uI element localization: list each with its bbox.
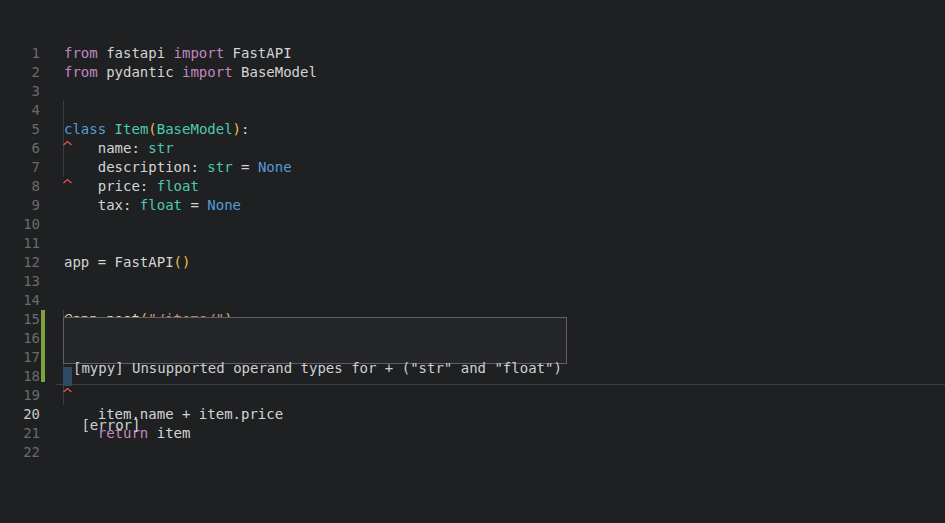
- line-number: 12: [0, 253, 40, 272]
- code-line[interactable]: 10: [0, 215, 945, 234]
- line-number: 17: [0, 348, 40, 367]
- line-number: 18: [0, 367, 40, 386]
- code-text: from pydantic import BaseModel: [40, 63, 945, 82]
- code-text: app = FastAPI(): [40, 253, 945, 272]
- code-line[interactable]: 3: [0, 82, 945, 101]
- line-number: 3: [0, 82, 40, 101]
- code-text: name: str: [40, 139, 945, 158]
- line-number: 15: [0, 310, 40, 329]
- line-number: 22: [0, 443, 40, 462]
- line-number: 7: [0, 158, 40, 177]
- line-number: 14: [0, 291, 40, 310]
- code-text: [40, 234, 945, 253]
- code-line[interactable]: 13: [0, 272, 945, 291]
- git-added-indicator: [41, 310, 45, 382]
- code-line[interactable]: 7 description: str = None: [0, 158, 945, 177]
- code-line[interactable]: 1from fastapi import FastAPI: [0, 44, 945, 63]
- code-line[interactable]: 2from pydantic import BaseModel: [0, 63, 945, 82]
- code-text: [40, 82, 945, 101]
- code-text: [40, 272, 945, 291]
- line-number: 16: [0, 329, 40, 348]
- code-line[interactable]: 11: [0, 234, 945, 253]
- line-number: 4: [0, 101, 40, 120]
- diagnostic-squiggle-icon: [63, 170, 73, 176]
- diagnostic-message: [mypy] Unsupported operand types for + (…: [73, 359, 566, 378]
- code-line[interactable]: 9 tax: float = None: [0, 196, 945, 215]
- line-number: 2: [0, 63, 40, 82]
- code-line[interactable]: 12app = FastAPI(): [0, 253, 945, 272]
- code-line[interactable]: 8 price: float: [0, 177, 945, 196]
- diagnostic-squiggle-icon: [63, 379, 73, 385]
- code-text: tax: float = None: [40, 196, 945, 215]
- line-number: 10: [0, 215, 40, 234]
- line-number: 8: [0, 177, 40, 196]
- line-number: 19: [0, 386, 40, 405]
- code-text: [40, 101, 945, 120]
- line-number: 11: [0, 234, 40, 253]
- diagnostic-squiggle-icon: [63, 132, 73, 138]
- code-line[interactable]: 14: [0, 291, 945, 310]
- line-number: 6: [0, 139, 40, 158]
- line-number: 20: [0, 405, 40, 424]
- indent-guide: [63, 101, 64, 177]
- code-text: [40, 215, 945, 234]
- code-editor: 1from fastapi import FastAPI2from pydant…: [0, 0, 945, 523]
- diagnostic-tooltip: [mypy] Unsupported operand types for + (…: [63, 317, 567, 364]
- code-text: [40, 291, 945, 310]
- line-number: 13: [0, 272, 40, 291]
- line-number: 1: [0, 44, 40, 63]
- line-number: 21: [0, 424, 40, 443]
- code-text: description: str = None: [40, 158, 945, 177]
- diagnostic-severity: [error]: [73, 416, 566, 435]
- code-line[interactable]: 5class Item(BaseModel):: [0, 120, 945, 139]
- line-number: 5: [0, 120, 40, 139]
- line-number: 9: [0, 196, 40, 215]
- code-text: price: float: [40, 177, 945, 196]
- code-line[interactable]: 6 name: str: [0, 139, 945, 158]
- code-line[interactable]: 4: [0, 101, 945, 120]
- code-text: from fastapi import FastAPI: [40, 44, 945, 63]
- code-text: class Item(BaseModel):: [40, 120, 945, 139]
